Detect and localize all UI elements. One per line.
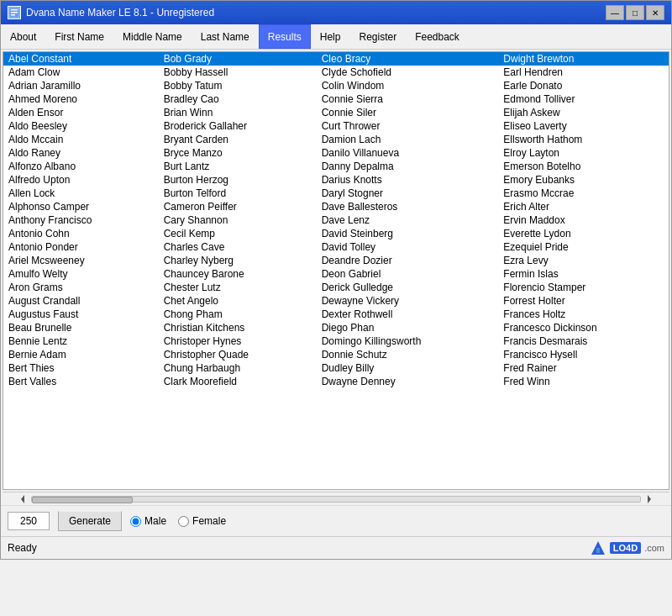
menu-item-results[interactable]: Results [259, 24, 311, 49]
male-label: Male [144, 515, 166, 527]
table-row[interactable]: Alphonso CamperCameron PeifferDave Balle… [3, 200, 669, 213]
table-row[interactable]: Bernie AdamChristopher QuadeDonnie Schut… [3, 348, 669, 361]
menu-item-first-name[interactable]: First Name [45, 24, 113, 49]
window-controls: — □ ✕ [606, 5, 664, 20]
results-list-scroll[interactable]: Abel ConstantBob GradyCleo BracyDwight B… [3, 52, 669, 489]
menu-item-middle-name[interactable]: Middle Name [113, 24, 192, 49]
minimize-button[interactable]: — [606, 5, 624, 20]
bottom-controls: Generate Male Female [1, 505, 671, 536]
horizontal-scrollbar[interactable] [3, 492, 669, 505]
table-row[interactable]: Antonio PonderCharles CaveDavid TolleyEz… [3, 240, 669, 254]
table-row[interactable]: Antonio CohnCecil KempDavid SteinbergEve… [3, 227, 669, 240]
table-row[interactable]: Ariel McsweeneyCharley NybergDeandre Doz… [3, 254, 669, 267]
menu-item-feedback[interactable]: Feedback [406, 24, 469, 49]
scroll-left-btn[interactable] [16, 492, 29, 506]
window-title: Dvana Name Maker LE 8.1 - Unregistered [26, 7, 214, 18]
table-row[interactable]: Aldo BeesleyBroderick GallaherCurt Throw… [3, 119, 669, 133]
status-bar: Ready LO4D .com [1, 536, 671, 559]
table-row[interactable]: Abel ConstantBob GradyCleo BracyDwight B… [3, 52, 669, 66]
title-bar-left: Dvana Name Maker LE 8.1 - Unregistered [8, 6, 214, 19]
count-input[interactable] [8, 512, 50, 530]
female-radio-label[interactable]: Female [178, 515, 226, 527]
title-bar: Dvana Name Maker LE 8.1 - Unregistered —… [1, 1, 671, 24]
table-row[interactable]: Bennie LentzChristoper HynesDomingo Kill… [3, 334, 669, 348]
status-text: Ready [8, 542, 37, 554]
scroll-thumb[interactable] [32, 497, 133, 503]
close-button[interactable]: ✕ [646, 5, 664, 20]
svg-rect-3 [11, 14, 15, 16]
results-list-container: Abel ConstantBob GradyCleo BracyDwight B… [3, 51, 669, 490]
table-row[interactable]: Augustus FaustChong PhamDexter RothwellF… [3, 308, 669, 321]
male-radio-label[interactable]: Male [130, 515, 166, 527]
table-row[interactable]: Aldo MccainBryant CardenDamion LachEllsw… [3, 133, 669, 146]
svg-rect-2 [11, 12, 18, 13]
maximize-button[interactable]: □ [626, 5, 644, 20]
table-row[interactable]: Alden EnsorBrian WinnConnie SilerElijah … [3, 106, 669, 119]
app-icon [8, 6, 21, 19]
table-row[interactable]: Ahmed MorenoBradley CaoConnie SierraEdmo… [3, 92, 669, 106]
menu-item-last-name[interactable]: Last Name [192, 24, 259, 49]
table-row[interactable]: Adam ClowBobby HassellClyde SchofieldEar… [3, 66, 669, 79]
scroll-track[interactable] [31, 496, 641, 503]
table-row[interactable]: Beau BrunelleChristian KitchensDiego Pha… [3, 321, 669, 334]
generate-button[interactable]: Generate [58, 511, 122, 531]
table-row[interactable]: Bert VallesClark MoorefieldDwayne Denney… [3, 375, 669, 388]
main-window: Dvana Name Maker LE 8.1 - Unregistered —… [0, 0, 672, 560]
female-label: Female [192, 515, 226, 527]
svg-marker-5 [648, 495, 651, 503]
scroll-right-btn[interactable] [643, 492, 656, 506]
table-row[interactable]: Allen LockBurton TelfordDaryl StognerEra… [3, 187, 669, 200]
svg-marker-4 [21, 495, 24, 503]
table-row[interactable]: Bert ThiesChung HarbaughDudley BillyFred… [3, 361, 669, 375]
lo4d-suffix: .com [644, 543, 664, 553]
gender-radio-group: Male Female [130, 515, 226, 527]
female-radio[interactable] [178, 516, 189, 527]
table-row[interactable]: Amulfo WeltyChauncey BaroneDeon GabrielF… [3, 267, 669, 281]
lo4d-logo-text: LO4D [610, 542, 641, 554]
svg-rect-7 [596, 548, 600, 553]
table-row[interactable]: August CrandallChet AngeloDewayne Vicker… [3, 294, 669, 308]
lo4d-icon [590, 540, 606, 556]
table-row[interactable]: Anthony FranciscoCary ShannonDave LenzEr… [3, 213, 669, 227]
table-row[interactable]: Aldo RaneyBryce ManzoDanilo VillanuevaEl… [3, 146, 669, 160]
results-table: Abel ConstantBob GradyCleo BracyDwight B… [3, 52, 669, 388]
male-radio[interactable] [130, 516, 141, 527]
svg-rect-1 [11, 9, 18, 11]
table-row[interactable]: Alfredo UptonBurton HerzogDarius KnottsE… [3, 173, 669, 187]
table-row[interactable]: Adrian JaramilloBobby TatumColin WindomE… [3, 79, 669, 92]
table-row[interactable]: Aron GramsChester LutzDerick GulledgeFlo… [3, 281, 669, 294]
table-row[interactable]: Alfonzo AlbanoBurt LantzDanny DepalmaEme… [3, 160, 669, 173]
menu-bar: AboutFirst NameMiddle NameLast NameResul… [1, 24, 671, 50]
menu-item-about[interactable]: About [1, 24, 45, 49]
menu-item-register[interactable]: Register [349, 24, 406, 49]
menu-item-help[interactable]: Help [311, 24, 350, 49]
lo4d-badge: LO4D .com [590, 540, 664, 556]
